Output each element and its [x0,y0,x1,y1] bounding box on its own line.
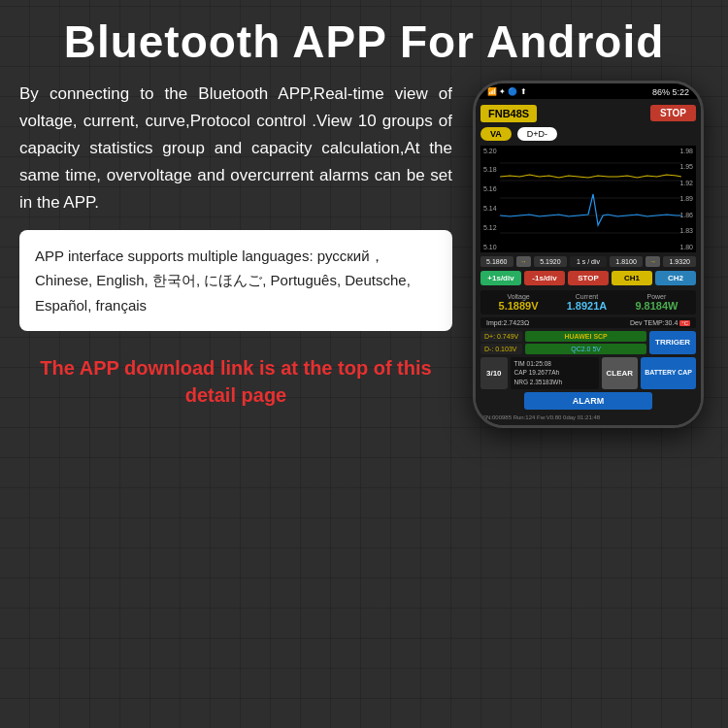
btn-ch2[interactable]: CH2 [655,271,696,285]
trigger-button[interactable]: TRRIGER [649,331,696,354]
impedance-value: Impd:2.7423Ω [486,319,529,326]
tab-row: VA D+D- [480,127,696,141]
btn-stop[interactable]: STOP [568,271,609,285]
page-title: Bluetooth APP For Android [19,17,709,67]
metric-current: Current 1.8921A [567,293,608,312]
metrics-row: Voltage 5.1889V Current 1.8921A Power 9.… [480,290,696,314]
phone: 📶 ✦ 🔵 ⬆ 86% 5:22 FNB48S STOP VA D+D- [473,81,704,428]
tab-va[interactable]: VA [480,127,512,141]
app-top-row: FNB48S STOP [480,105,696,122]
clear-button[interactable]: CLEAR [602,357,639,389]
alarm-button[interactable]: ALARM [524,392,653,410]
cap-info: TIM 01:25:08 CAP 19.2677Ah NRG 2.35183Wh [511,357,599,389]
cap-row: 3/10 TIM 01:25:08 CAP 19.2677Ah NRG 2.35… [480,357,696,389]
cap-counter[interactable]: 3/10 [480,357,508,389]
btn-minus1s[interactable]: -1s/div [524,271,565,285]
sn-row: SN:000985 Run:124 Fw:V0.80 0day 01:21:48 [480,413,696,420]
language-text: APP interface supports multiple language… [35,248,411,314]
metric-voltage: Voltage 5.1889V [499,293,539,312]
protocol-huawei: HUAWEI SCP [525,331,646,342]
dd-protocol: HUAWEI SCP QC2.0 5V [525,331,646,354]
battery-cap-button[interactable]: BATTERY CAP [641,357,696,389]
range-arrow1: → [516,256,532,267]
range-a-start: 1.8100 [610,256,643,267]
dp-label: D+: 0.749V [480,331,522,342]
range-divider: 1 s / div [570,256,608,267]
status-bar: 📶 ✦ 🔵 ⬆ 86% 5:22 [476,83,701,99]
fnb-label: FNB48S [480,105,537,122]
cap-nrg: NRG 2.35183Wh [514,378,595,387]
dev-temp: Dev TEMP:30.4 °C [630,319,690,326]
range-arrow2: → [645,256,661,267]
range-bar: 5.1860 → 5.1920 1 s / div 1.8100 → [480,256,696,267]
status-right: 86% 5:22 [652,87,689,97]
app-content: FNB48S STOP VA D+D- 5.20 5.18 5.16 [476,99,701,425]
main-container: Bluetooth APP For Android By connecting … [0,0,728,728]
phone-container: 📶 ✦ 🔵 ⬆ 86% 5:22 FNB48S STOP VA D+D- [468,81,709,716]
dm-label: D-: 0.103V [480,344,522,354]
left-panel: By connecting to the Bluetooth APP,Real-… [19,81,452,716]
temp-badge: °C [679,320,690,326]
range-v-start: 5.1860 [480,256,513,267]
cap-tim: TIM 01:25:08 [514,359,595,369]
impedance-row: Impd:2.7423Ω Dev TEMP:30.4 °C [480,317,696,328]
status-left: 📶 ✦ 🔵 ⬆ [487,87,527,96]
dd-labels: D+: 0.749V D-: 0.103V [480,331,522,354]
protocol-qc: QC2.0 5V [525,344,646,354]
status-icons: 📶 ✦ 🔵 ⬆ [487,87,527,96]
range-v-end: 5.1920 [534,256,567,267]
description-text: By connecting to the Bluetooth APP,Real-… [19,81,452,216]
btn-ch1[interactable]: CH1 [612,271,652,285]
language-box: APP interface supports multiple language… [19,230,452,332]
main-content: By connecting to the Bluetooth APP,Real-… [19,81,709,716]
metric-power: Power 9.8184W [635,293,678,312]
bottom-text: The APP download link is at the top of t… [19,354,452,409]
tab-dd[interactable]: D+D- [517,127,557,141]
chart-area: 5.20 5.18 5.16 5.14 5.12 5.10 1.98 1.95 … [480,146,696,252]
ctrl-row: +1s/div -1s/div STOP CH1 CH2 [480,271,696,285]
sn-text: SN:000985 Run:124 Fw:V0.80 0day 01:21:48 [482,414,600,420]
chart-svg [480,146,696,252]
cap-cap: CAP 19.2677Ah [514,368,595,378]
stop-button[interactable]: STOP [650,105,696,121]
dd-section: D+: 0.749V D-: 0.103V HUAWEI SCP QC2.0 5… [480,331,696,354]
btn-plus1s[interactable]: +1s/div [480,271,521,285]
alarm-row: ALARM [480,392,696,410]
chart-y-labels-right: 1.98 1.95 1.92 1.89 1.86 1.83 1.80 [679,146,693,252]
chart-y-labels-left: 5.20 5.18 5.16 5.14 5.12 5.10 [483,146,497,252]
range-a-end: 1.9320 [663,256,696,267]
